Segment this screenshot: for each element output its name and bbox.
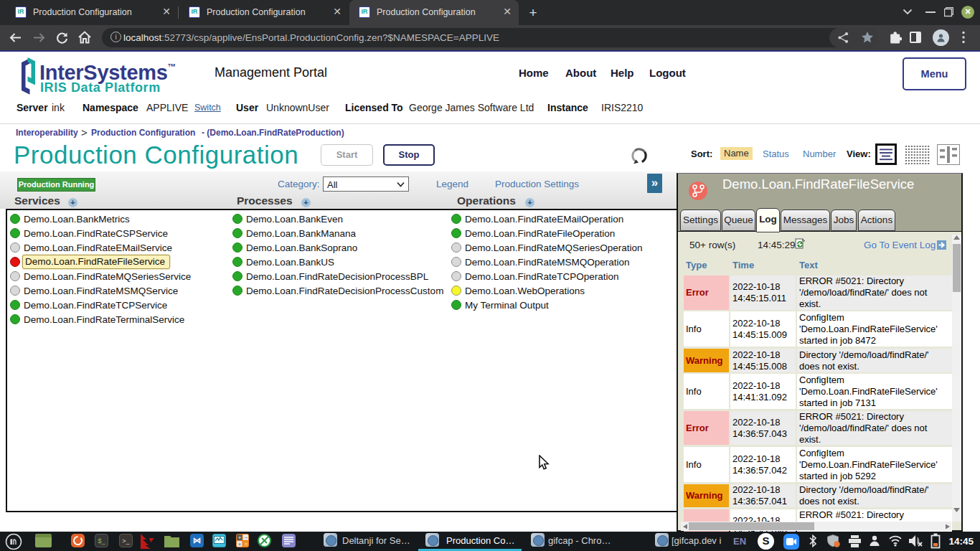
- svg-text:=: =: [245, 542, 248, 547]
- svg-text:−: −: [245, 535, 248, 540]
- svg-text:+: +: [238, 535, 241, 540]
- svg-text:×: ×: [238, 542, 241, 547]
